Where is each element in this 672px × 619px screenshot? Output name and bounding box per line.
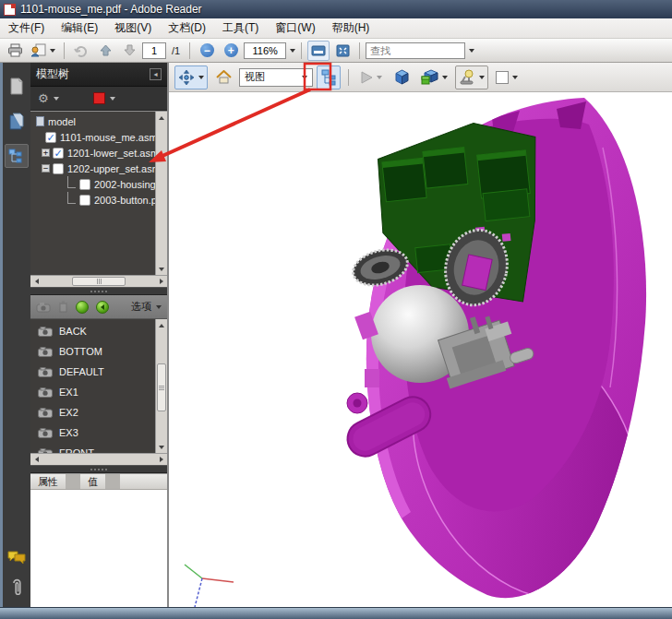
zoom-in-button[interactable]: + (220, 41, 242, 61)
part-color-swatch[interactable] (93, 92, 105, 104)
panel-menu-button[interactable]: ◂ (150, 68, 162, 80)
tree-vertical-scrollbar[interactable] (155, 112, 167, 275)
view-list-item[interactable]: EX3 (30, 423, 155, 443)
tree-item[interactable]: +✓1201-lower_set.asm (30, 145, 155, 161)
visibility-checkbox[interactable]: ✓ (53, 148, 64, 159)
tree-item[interactable]: −1202-upper_set.asm (30, 161, 155, 176)
comments-icon[interactable] (7, 550, 26, 565)
tree-item[interactable]: ✓1101-mouse_me.asm (30, 129, 155, 145)
scroll-right-arrow[interactable] (155, 454, 167, 465)
render-mode-button[interactable] (390, 65, 414, 89)
background-color-button[interactable] (492, 65, 522, 89)
play-animation-button[interactable] (356, 65, 386, 89)
camera-icon (38, 408, 53, 418)
zoom-out-button[interactable]: − (196, 41, 218, 61)
visibility-checkbox[interactable] (53, 163, 64, 174)
model-tree-view[interactable]: model✓1101-mouse_me.asm+✓1201-lower_set.… (30, 111, 167, 275)
rotate-tool-button[interactable] (174, 65, 208, 89)
layers-tab[interactable] (5, 109, 29, 133)
share-button[interactable] (28, 41, 58, 61)
scroll-down-arrow[interactable] (156, 441, 167, 453)
visibility-checkbox[interactable]: ✓ (45, 132, 56, 143)
view-list-item[interactable]: EX1 (30, 382, 155, 402)
scroll-up-arrow[interactable] (156, 112, 167, 124)
views-options-button[interactable]: 选项 (131, 300, 162, 314)
rotate-dropdown-arrow[interactable] (198, 76, 204, 79)
tree-horizontal-scrollbar[interactable] (30, 275, 167, 287)
page-down-button[interactable] (118, 41, 140, 61)
previous-view-orb-button[interactable] (96, 301, 109, 314)
view-list-item[interactable]: BACK (30, 321, 155, 341)
view-select-combo[interactable]: 视图 (239, 68, 313, 87)
scroll-left-arrow[interactable] (30, 454, 42, 465)
model-tree-tab[interactable] (5, 144, 29, 168)
panel-splitter[interactable] (30, 465, 167, 473)
view-list-item[interactable]: EX2 (30, 402, 155, 423)
visibility-checkbox[interactable] (79, 179, 90, 190)
page-display-icon (311, 44, 326, 57)
lighting-button[interactable] (455, 65, 488, 89)
zoom-level-value[interactable]: 116% (244, 42, 286, 59)
menu-item[interactable]: 窗口(W) (267, 18, 323, 38)
gear-icon[interactable]: ⚙ (38, 92, 49, 104)
tree-item[interactable]: 2003-button.prt (30, 192, 155, 208)
print-button[interactable] (4, 41, 26, 61)
expand-toggle-icon[interactable]: + (42, 149, 50, 157)
menu-item[interactable]: 文件(F) (0, 18, 53, 38)
extras-button[interactable] (417, 65, 451, 89)
color-dropdown-arrow[interactable] (110, 97, 115, 101)
menu-item[interactable]: 工具(T) (214, 18, 267, 38)
menu-item[interactable]: 文档(D) (160, 18, 214, 38)
scroll-up-arrow[interactable] (156, 319, 167, 331)
tree-item-label: 1202-upper_set.asm (67, 163, 155, 174)
tree-root-item[interactable]: model (30, 113, 155, 129)
background-dropdown-arrow[interactable] (512, 76, 518, 79)
extras-dropdown-arrow[interactable] (442, 76, 448, 79)
play-dropdown-arrow[interactable] (377, 76, 382, 79)
find-dropdown-arrow[interactable] (469, 49, 474, 53)
axis-triad (185, 565, 234, 607)
view-list-item[interactable]: DEFAULT (30, 362, 155, 382)
scroll-left-arrow[interactable] (30, 276, 42, 287)
page-thumbnails-tab[interactable] (5, 74, 29, 98)
gear-dropdown-arrow[interactable] (54, 97, 59, 101)
paperclip-icon[interactable] (10, 577, 23, 598)
3d-toolbar: 视图 (169, 63, 672, 92)
create-view-icon[interactable] (36, 302, 51, 313)
zoom-dropdown-arrow[interactable] (290, 49, 295, 53)
default-view-button[interactable] (211, 65, 235, 89)
view-list-item[interactable]: BOTTOM (30, 341, 155, 362)
visibility-checkbox[interactable] (79, 195, 90, 206)
z-axis-blue (195, 578, 202, 607)
previous-view-button[interactable] (70, 41, 92, 61)
scroll-right-arrow[interactable] (155, 276, 167, 287)
tree-item[interactable]: 2002-housing_up (30, 176, 155, 192)
scrollbar-thumb[interactable] (157, 363, 166, 411)
views-horizontal-scrollbar[interactable] (30, 453, 167, 465)
fullscreen-button[interactable] (331, 41, 354, 61)
lighting-dropdown-arrow[interactable] (479, 76, 485, 79)
delete-view-icon[interactable] (58, 301, 68, 313)
expand-toggle-icon[interactable]: − (42, 164, 50, 173)
separator (359, 42, 360, 59)
scrollbar-thumb[interactable] (72, 277, 126, 286)
menu-item[interactable]: 帮助(H) (324, 18, 378, 38)
panel-splitter[interactable] (30, 287, 167, 295)
scroll-down-arrow[interactable] (156, 263, 167, 275)
views-vertical-scrollbar[interactable] (155, 319, 167, 453)
title-bar[interactable]: 1101-mouse_me.pdf - Adobe Reader (0, 0, 672, 18)
down-arrow-icon (124, 44, 136, 56)
view-list-item[interactable]: FRONT (30, 443, 155, 453)
menu-item[interactable]: 视图(V) (106, 18, 160, 38)
page-up-button[interactable] (94, 41, 116, 61)
page-number-input[interactable] (142, 42, 166, 59)
3d-model-canvas[interactable] (169, 92, 672, 607)
scrolling-mode-button[interactable] (307, 41, 330, 61)
play-view-button[interactable] (76, 301, 89, 314)
find-input[interactable] (366, 42, 465, 59)
separator (64, 42, 65, 59)
model-tree-toggle-button[interactable] (317, 65, 341, 89)
views-list[interactable]: BACKBOTTOMDEFAULTEX1EX2EX3FRONT (30, 319, 167, 453)
tree-connector (67, 176, 76, 188)
menu-item[interactable]: 编辑(E) (53, 18, 106, 38)
